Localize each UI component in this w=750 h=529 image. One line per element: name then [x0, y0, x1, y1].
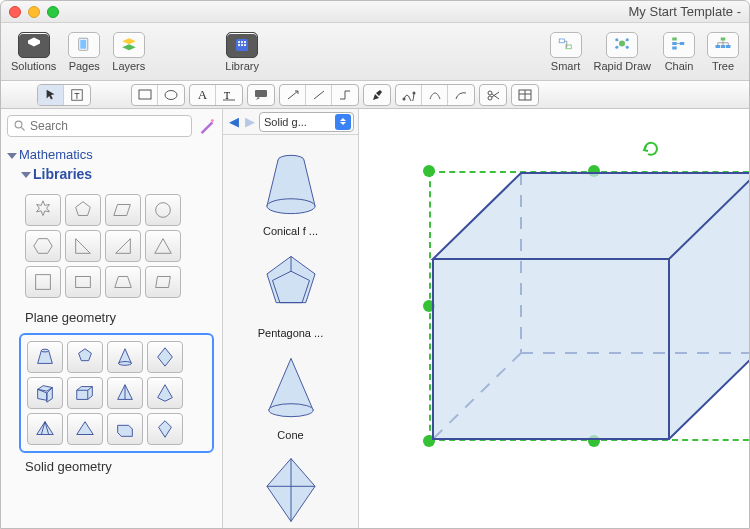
library-tree: Mathematics Libraries Pl: [1, 141, 222, 490]
thumb-right-triangle2[interactable]: [105, 230, 141, 262]
thumb-cube[interactable]: [27, 377, 63, 409]
rect-tool[interactable]: [132, 85, 158, 105]
svg-text:T: T: [74, 90, 80, 100]
svg-rect-37: [36, 275, 51, 290]
thumb-square[interactable]: [25, 266, 61, 298]
rapid-draw-button[interactable]: Rapid Draw: [592, 32, 653, 72]
svg-rect-29: [255, 90, 267, 97]
thumb-prism2[interactable]: [107, 413, 143, 445]
curve-segment: [395, 84, 475, 106]
thumb-pyr3[interactable]: [67, 413, 103, 445]
combo-arrows-icon: [335, 114, 351, 130]
svg-rect-38: [76, 277, 91, 288]
shape-label: Cone: [277, 429, 303, 441]
svg-rect-18: [672, 46, 677, 49]
bezier-tool[interactable]: [422, 85, 448, 105]
text-tool[interactable]: T: [64, 85, 90, 105]
smart-button[interactable]: Smart: [548, 32, 584, 72]
thumb-pyr2[interactable]: [27, 413, 63, 445]
thumb-square2[interactable]: [65, 266, 101, 298]
callout-tool[interactable]: [248, 85, 274, 105]
thumb-parallelogram[interactable]: [105, 194, 141, 226]
thumb-circle[interactable]: [145, 194, 181, 226]
svg-rect-20: [721, 37, 726, 40]
panel-forward[interactable]: ▶: [243, 115, 257, 129]
thumb-pentaprism[interactable]: [67, 341, 103, 373]
tree-button[interactable]: Tree: [705, 32, 741, 72]
ellipse-tool[interactable]: [158, 85, 184, 105]
shape-pentagonal-prism[interactable]: Pentagona ...: [225, 243, 356, 345]
line-tool[interactable]: [306, 85, 332, 105]
shape-label: Conical f ...: [263, 225, 318, 237]
scissors-tool[interactable]: [480, 85, 506, 105]
elbow-tool[interactable]: [332, 85, 358, 105]
thumb-pentagon[interactable]: [65, 194, 101, 226]
thumb-trapezoid[interactable]: [105, 266, 141, 298]
rapid-draw-label: Rapid Draw: [594, 60, 651, 72]
tree-icon: [707, 32, 739, 58]
thumb-rhombus[interactable]: [145, 266, 181, 298]
solutions-label: Solutions: [11, 60, 56, 72]
svg-point-27: [165, 90, 177, 99]
chain-button[interactable]: Chain: [661, 32, 697, 72]
pages-button[interactable]: Pages: [66, 32, 102, 72]
shape-cone[interactable]: Cone: [225, 345, 356, 447]
tree-category[interactable]: Mathematics: [9, 145, 214, 164]
search-icon: [14, 120, 26, 132]
svg-point-32: [488, 91, 492, 95]
spline-tool[interactable]: [396, 85, 422, 105]
thumb-right-triangle[interactable]: [65, 230, 101, 262]
thumb-triangle[interactable]: [145, 230, 181, 262]
tree-label: Tree: [712, 60, 734, 72]
arrow-tool[interactable]: [280, 85, 306, 105]
svg-point-12: [616, 38, 619, 41]
text-box-tool[interactable]: T: [216, 85, 242, 105]
solid-geometry-label: Solid geometry: [9, 457, 214, 482]
shape-conical-frustum[interactable]: Conical f ...: [225, 141, 356, 243]
thumb-hexagon[interactable]: [25, 230, 61, 262]
search-input[interactable]: [30, 119, 185, 133]
layers-label: Layers: [112, 60, 145, 72]
pen-tool[interactable]: [364, 85, 390, 105]
svg-rect-9: [559, 39, 564, 43]
svg-point-11: [619, 40, 625, 46]
thumb-octa[interactable]: [147, 341, 183, 373]
thumb-frustum[interactable]: [27, 341, 63, 373]
solid-geometry-thumbs[interactable]: [19, 333, 214, 453]
close-window[interactable]: [9, 6, 21, 18]
pages-icon: [68, 32, 100, 58]
wizard-icon[interactable]: [198, 117, 216, 135]
panel-back[interactable]: ◀: [227, 115, 241, 129]
arc-tool[interactable]: [448, 85, 474, 105]
layers-button[interactable]: Layers: [110, 32, 147, 72]
thumb-tetra[interactable]: [147, 377, 183, 409]
pointer-tool[interactable]: [38, 85, 64, 105]
text-segment: A T: [189, 84, 243, 106]
svg-point-40: [119, 362, 132, 366]
plane-geometry-thumbs[interactable]: [19, 188, 214, 304]
search-field[interactable]: [7, 115, 192, 137]
thumb-pyramid[interactable]: [107, 377, 143, 409]
text-letter-tool[interactable]: A: [190, 85, 216, 105]
thumb-cuboid[interactable]: [67, 377, 103, 409]
solutions-button[interactable]: Solutions: [9, 32, 58, 72]
title-bar: My Start Template -: [1, 1, 749, 23]
library-button[interactable]: Library: [223, 32, 261, 72]
svg-point-13: [626, 38, 629, 41]
minimize-window[interactable]: [28, 6, 40, 18]
maximize-window[interactable]: [47, 6, 59, 18]
thumb-star[interactable]: [25, 194, 61, 226]
thumb-cone2[interactable]: [107, 341, 143, 373]
table-tool[interactable]: [512, 85, 538, 105]
shape-octahedron[interactable]: [225, 447, 356, 528]
main-toolbar: Solutions Pages Layers Library Sma: [1, 23, 749, 81]
tree-subcategory[interactable]: Libraries: [9, 164, 214, 188]
library-combo[interactable]: Solid g...: [259, 112, 354, 132]
canvas[interactable]: [359, 109, 749, 528]
rotate-handle[interactable]: [641, 137, 661, 157]
thumb-diamond3d[interactable]: [147, 413, 183, 445]
smart-icon: [550, 32, 582, 58]
cube-shape[interactable]: [429, 169, 749, 443]
shape-list: Conical f ... Pentagona ... Cone: [223, 135, 358, 528]
svg-point-35: [15, 121, 22, 128]
